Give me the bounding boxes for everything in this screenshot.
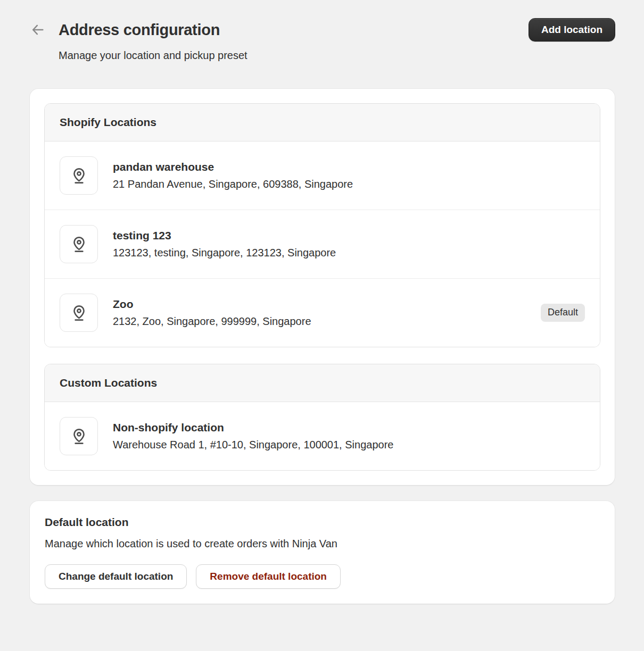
location-row[interactable]: Non-shopify location Warehouse Road 1, #…	[45, 402, 600, 470]
location-address: 2132, Zoo, Singapore, 999999, Singapore	[113, 315, 311, 328]
location-icon-box	[60, 156, 98, 195]
location-icon-box	[60, 417, 98, 455]
shopify-locations-section: Shopify Locations pandan warehouse 21 Pa…	[44, 103, 600, 347]
location-text: testing 123 123123, testing, Singapore, …	[113, 229, 336, 259]
location-name: Non-shopify location	[113, 421, 393, 434]
address-configuration-page: Address configuration Add location Manag…	[0, 0, 644, 604]
location-pin-icon	[70, 166, 88, 185]
location-row[interactable]: pandan warehouse 21 Pandan Avenue, Singa…	[45, 141, 600, 210]
page-subtitle: Manage your location and pickup preset	[59, 49, 615, 62]
location-text: Non-shopify location Warehouse Road 1, #…	[113, 421, 393, 451]
location-text: Zoo 2132, Zoo, Singapore, 999999, Singap…	[113, 298, 311, 328]
change-default-location-button[interactable]: Change default location	[45, 564, 187, 589]
custom-locations-list: Non-shopify location Warehouse Road 1, #…	[45, 402, 600, 470]
default-location-actions: Change default location Remove default l…	[45, 564, 600, 589]
default-location-description: Manage which location is used to create …	[45, 538, 600, 550]
location-text: pandan warehouse 21 Pandan Avenue, Singa…	[113, 161, 353, 190]
location-name: pandan warehouse	[113, 161, 353, 173]
default-location-card: Default location Manage which location i…	[30, 501, 615, 604]
location-row[interactable]: Zoo 2132, Zoo, Singapore, 999999, Singap…	[45, 278, 600, 347]
location-pin-icon	[70, 304, 88, 322]
add-location-button[interactable]: Add location	[529, 18, 615, 41]
location-name: Zoo	[113, 298, 311, 311]
back-button[interactable]	[30, 22, 46, 38]
location-icon-box	[60, 294, 98, 332]
location-pin-icon	[70, 427, 88, 446]
location-pin-icon	[70, 235, 88, 254]
page-header-row: Address configuration Add location	[30, 18, 615, 41]
location-address: Warehouse Road 1, #10-10, Singapore, 100…	[113, 439, 393, 451]
location-icon-box	[60, 225, 98, 263]
arrow-left-icon	[30, 22, 45, 37]
shopify-locations-list: pandan warehouse 21 Pandan Avenue, Singa…	[45, 141, 600, 347]
custom-locations-section: Custom Locations Non-shopify location Wa…	[44, 364, 600, 471]
location-row[interactable]: testing 123 123123, testing, Singapore, …	[45, 210, 600, 278]
page-title: Address configuration	[59, 21, 220, 39]
page-header: Address configuration Add location Manag…	[0, 0, 644, 62]
location-address: 21 Pandan Avenue, Singapore, 609388, Sin…	[113, 178, 353, 190]
default-location-title: Default location	[45, 516, 600, 529]
custom-locations-header: Custom Locations	[45, 364, 600, 402]
default-badge: Default	[541, 304, 585, 322]
location-name: testing 123	[113, 229, 336, 242]
locations-card: Shopify Locations pandan warehouse 21 Pa…	[30, 89, 615, 485]
location-address: 123123, testing, Singapore, 123123, Sing…	[113, 247, 336, 259]
remove-default-location-button[interactable]: Remove default location	[196, 564, 341, 589]
shopify-locations-header: Shopify Locations	[45, 104, 600, 141]
